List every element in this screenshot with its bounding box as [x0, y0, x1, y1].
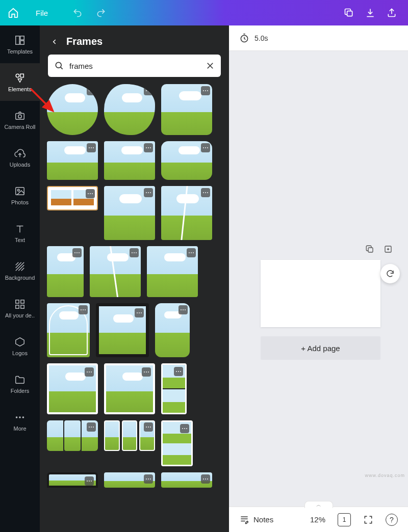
- frame-film[interactable]: ⋯: [96, 303, 149, 357]
- zoom-level[interactable]: 12%: [310, 515, 325, 524]
- panel-header: Frames: [40, 25, 229, 55]
- frame-options[interactable]: ⋯: [144, 474, 153, 484]
- frame-polaroid-strip[interactable]: ⋯: [47, 186, 98, 210]
- rail-label: Background: [5, 275, 35, 281]
- rail-uploads[interactable]: Uploads: [0, 139, 40, 176]
- add-page-icon[interactable]: [384, 245, 393, 254]
- rail-templates[interactable]: Templates: [0, 25, 40, 63]
- frame-options[interactable]: ⋯: [87, 143, 96, 152]
- frame-tall[interactable]: ⋯: [47, 246, 84, 297]
- frame-options[interactable]: ⋯: [187, 248, 196, 257]
- svg-rect-11: [21, 300, 24, 303]
- templates-icon: [14, 35, 26, 46]
- frame-arch[interactable]: ⋯: [47, 303, 90, 357]
- frame-options[interactable]: ⋯: [79, 305, 88, 314]
- canvas-page[interactable]: [261, 260, 380, 327]
- frames-grid[interactable]: ⋯ ⋯ ⋯ ⋯ ⋯ ⋯ ⋯ ⋯ ⋯ ⋯ ⋯ ⋯ ⋯ ⋯ ⋯ ⋯: [40, 84, 229, 532]
- regenerate-button[interactable]: [380, 264, 400, 283]
- workspace[interactable]: + Add page www.dovaq.com: [229, 51, 408, 507]
- svg-rect-3: [20, 40, 24, 44]
- clear-search-icon[interactable]: [206, 61, 215, 70]
- camera-icon: [14, 110, 26, 121]
- frame-options[interactable]: ⋯: [130, 248, 139, 257]
- svg-rect-21: [368, 248, 373, 252]
- frame-options[interactable]: ⋯: [87, 422, 96, 432]
- back-button[interactable]: [50, 37, 59, 46]
- frame-portrait-torn[interactable]: ⋯: [161, 186, 212, 240]
- frame-options[interactable]: ⋯: [72, 248, 82, 257]
- frame-rounded-square[interactable]: ⋯: [161, 84, 212, 135]
- frame-square-torn[interactable]: ⋯: [90, 246, 141, 297]
- frame-triptych-curved[interactable]: ⋯: [47, 420, 98, 451]
- frame-options[interactable]: ⋯: [144, 86, 153, 95]
- rail-text[interactable]: Text: [0, 214, 40, 252]
- topbar-right: [344, 8, 408, 18]
- rail-folders[interactable]: Folders: [0, 365, 40, 403]
- rail-background[interactable]: Background: [0, 252, 40, 289]
- frame-wide[interactable]: ⋯: [161, 472, 212, 488]
- frame-portrait[interactable]: ⋯: [104, 186, 155, 240]
- frame-options[interactable]: ⋯: [85, 367, 94, 377]
- frame-options[interactable]: ⋯: [85, 476, 94, 486]
- frame-options[interactable]: ⋯: [201, 86, 210, 95]
- duplicate-page-icon[interactable]: [365, 245, 374, 254]
- copy-button[interactable]: [344, 8, 354, 18]
- frame-double-stack[interactable]: ⋯: [161, 420, 193, 466]
- file-menu[interactable]: File: [27, 0, 57, 25]
- page-indicator[interactable]: 1: [338, 513, 351, 526]
- clock-icon[interactable]: [239, 33, 249, 43]
- home-button[interactable]: [0, 0, 27, 25]
- frame-options[interactable]: ⋯: [201, 188, 210, 197]
- svg-rect-5: [20, 74, 23, 77]
- help-button[interactable]: ?: [386, 514, 398, 526]
- frame-options[interactable]: ⋯: [144, 143, 153, 152]
- frame-landscape[interactable]: ⋯: [104, 141, 155, 180]
- frame-triptych[interactable]: ⋯: [104, 420, 155, 451]
- frame-options[interactable]: ⋯: [178, 305, 188, 314]
- rail-more[interactable]: More: [0, 403, 40, 440]
- frame-landscape[interactable]: ⋯: [47, 141, 98, 180]
- svg-rect-12: [16, 305, 19, 308]
- frame-options[interactable]: ⋯: [86, 189, 95, 198]
- frame-double-stack[interactable]: ⋯: [161, 363, 187, 414]
- download-button[interactable]: [365, 8, 375, 18]
- frame-options[interactable]: ⋯: [201, 474, 210, 484]
- frame-options[interactable]: ⋯: [201, 143, 210, 152]
- frame-bordered[interactable]: ⋯: [47, 363, 98, 414]
- frame-laptop[interactable]: ⋯: [47, 472, 98, 488]
- frame-blob[interactable]: ⋯: [104, 84, 155, 135]
- expand-handle[interactable]: ︿: [304, 501, 333, 508]
- home-icon: [8, 7, 19, 18]
- rail-label: Folders: [11, 388, 30, 394]
- frame-options[interactable]: ⋯: [144, 422, 153, 432]
- frame-tall-rounded[interactable]: ⋯: [155, 303, 190, 357]
- add-page-button[interactable]: + Add page: [261, 336, 380, 360]
- redo-icon[interactable]: [96, 8, 106, 18]
- frame-options[interactable]: ⋯: [135, 308, 144, 317]
- frame-options[interactable]: ⋯: [142, 367, 151, 377]
- frame-options[interactable]: ⋯: [144, 188, 153, 197]
- svg-point-7: [18, 115, 21, 118]
- watermark: www.dovaq.com: [365, 473, 405, 478]
- frame-bordered[interactable]: ⋯: [104, 363, 155, 414]
- duration-label[interactable]: 5.0s: [254, 34, 268, 42]
- svg-point-17: [56, 62, 61, 68]
- download-icon: [365, 8, 375, 18]
- fullscreen-icon[interactable]: [363, 515, 373, 525]
- frame-landscape-rounded[interactable]: ⋯: [161, 141, 212, 180]
- frame-wide[interactable]: ⋯: [104, 472, 155, 488]
- share-button[interactable]: [387, 8, 397, 18]
- undo-icon[interactable]: [72, 8, 83, 18]
- frame-options[interactable]: ⋯: [174, 367, 183, 376]
- photos-icon: [14, 185, 26, 197]
- notes-label: Notes: [253, 515, 273, 524]
- rail-all-designs[interactable]: All your de..: [0, 289, 40, 327]
- frame-square-bite[interactable]: ⋯: [147, 246, 198, 297]
- frame-options[interactable]: ⋯: [180, 424, 189, 433]
- rail-logos[interactable]: Logos: [0, 327, 40, 365]
- frame-options[interactable]: ⋯: [87, 86, 96, 95]
- search-input[interactable]: [69, 62, 200, 70]
- svg-rect-10: [16, 300, 19, 303]
- rail-photos[interactable]: Photos: [0, 176, 40, 214]
- notes-button[interactable]: Notes: [239, 515, 273, 525]
